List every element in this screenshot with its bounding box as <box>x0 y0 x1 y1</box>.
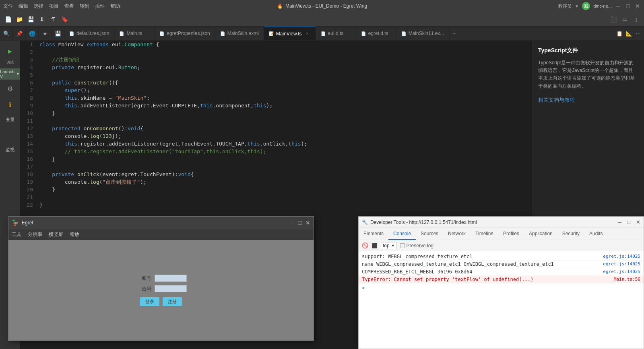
toolbar-icon-3[interactable]: ★ <box>39 27 52 41</box>
maximize-btn[interactable]: □ <box>625 3 631 9</box>
code-line: } <box>39 201 528 209</box>
console-source[interactable]: egret.js:14025 <box>603 261 640 267</box>
save-icon[interactable]: 💾 <box>26 14 35 24</box>
preserve-log-option[interactable]: Preserve log <box>400 243 433 248</box>
tab-MainSkin11.ex...[interactable]: 📄MainSkin11.ex... <box>396 27 450 41</box>
console-source[interactable]: Main.ts:56 <box>614 277 640 282</box>
console-message: name WEBGL_compressed_texture_etc1 0xWEB… <box>362 261 554 267</box>
menu-item-查看[interactable]: 查看 <box>64 3 74 10</box>
layout-icon[interactable]: ▭ <box>620 14 630 24</box>
form-buttons: 登录 注册 <box>140 297 182 306</box>
tab-right-icon-0[interactable]: 📋 <box>616 31 623 37</box>
console-source[interactable]: egret.js:14025 <box>603 269 640 275</box>
menu-item-插件[interactable]: 插件 <box>95 3 105 10</box>
devtools-tab-console[interactable]: Console <box>388 228 416 240</box>
line-number: 4 <box>23 64 33 71</box>
bookmark-icon[interactable]: 🔖 <box>60 14 69 24</box>
toolbar-icon-4[interactable]: 💾 <box>52 27 64 41</box>
devtools-tab-audits[interactable]: Audits <box>584 228 607 240</box>
minimize-btn[interactable]: ─ <box>615 3 621 9</box>
tab-default.res.json[interactable]: 📄default.res.json <box>64 27 114 41</box>
password-input[interactable] <box>155 285 187 292</box>
line-number: 16 <box>23 155 33 163</box>
notification-badge[interactable]: 32 <box>582 2 590 10</box>
tab-egretProperties.json[interactable]: 📄egretProperties.json <box>155 27 215 41</box>
no-entry-icon[interactable]: 🚫 <box>362 242 368 248</box>
devtools-maximize-btn[interactable]: □ <box>627 219 630 225</box>
tabs-more-btn[interactable]: ··· <box>449 31 460 36</box>
filter-icon[interactable]: ⬛ <box>372 243 378 248</box>
tab-MainView.ts[interactable]: 📝MainView.ts× <box>264 27 316 41</box>
line-number: 11 <box>23 117 33 125</box>
new-window-icon[interactable]: 🗗 <box>48 14 58 24</box>
devtools-minimize-btn[interactable]: ─ <box>618 219 621 225</box>
user-dropdown-icon[interactable]: ▼ <box>575 4 579 8</box>
tab-label: MainSkin11.ex... <box>409 31 444 36</box>
console-message: COMPRESSED_RGB_ETC1_WEBGL 36196 0x8d64 <box>362 269 473 275</box>
console-source[interactable]: egret.js:14025 <box>603 254 640 259</box>
tab-MainSkin.exml[interactable]: 📄MainSkin.exml <box>215 27 264 41</box>
code-line: //注册按钮 <box>39 56 528 64</box>
menu-item-转到[interactable]: 转到 <box>80 3 89 10</box>
tab-file-icon: 📄 <box>321 31 326 36</box>
tab-file-icon: 📄 <box>159 31 164 36</box>
info-icon[interactable]: ℹ <box>3 97 17 112</box>
menu-item-编辑[interactable]: 编辑 <box>19 3 28 10</box>
login-button[interactable]: 登录 <box>140 297 159 306</box>
tab-right-icon-1[interactable]: 📐 <box>626 31 632 37</box>
menu-bar[interactable]: 文件编辑选择项目查看转到插件帮助 <box>3 3 120 10</box>
devtools-tab-profiles[interactable]: Profiles <box>498 228 524 240</box>
layout2-icon[interactable]: ▯ <box>631 14 641 24</box>
settings-icon[interactable]: ⚙ <box>3 81 17 96</box>
egret-menu-工具[interactable]: 工具 <box>12 231 21 238</box>
debug-run-icon[interactable]: ▶ <box>3 44 17 58</box>
egret-menu-分辨率[interactable]: 分辨率 <box>28 231 42 238</box>
tab-file-icon: 📄 <box>69 31 74 36</box>
egret-menu-横竖屏[interactable]: 横竖屏 <box>49 231 63 238</box>
tab-file-icon: 📝 <box>269 31 274 36</box>
filter-dropdown-arrow[interactable]: ▼ <box>391 244 395 248</box>
save-all-icon[interactable]: ⬇ <box>37 14 47 24</box>
console-filter-dropdown[interactable]: top ▼ <box>381 242 397 249</box>
devtools-tab-network[interactable]: Network <box>443 228 471 240</box>
line-number: 18 <box>23 170 33 178</box>
devtools-tab-application[interactable]: Application <box>524 228 557 240</box>
tab-close-btn[interactable]: × <box>304 31 311 37</box>
code-line <box>39 117 528 125</box>
toolbar-icon-0[interactable]: 🔍 <box>0 27 13 41</box>
new-file-icon[interactable]: 📄 <box>3 14 13 24</box>
devtools-tab-timeline[interactable]: Timeline <box>471 228 498 240</box>
right-panel-docs-link[interactable]: 相关文档与教程 <box>538 96 638 104</box>
tab-Main.ts[interactable]: 📄Main.ts <box>114 27 155 41</box>
line-number: 17 <box>23 163 33 170</box>
devtools-tab-elements[interactable]: Elements <box>359 228 388 240</box>
preserve-log-checkbox[interactable] <box>400 243 405 248</box>
devtools-console-content[interactable]: support: WEBGL_compressed_texture_etc1eg… <box>359 251 644 349</box>
devtools-tab-sources[interactable]: Sources <box>416 228 443 240</box>
tab-right-icon-2[interactable]: ⋯ <box>636 31 641 37</box>
egret-minimize-btn[interactable]: ─ <box>290 220 294 226</box>
account-input[interactable] <box>155 275 187 282</box>
egret-menu-缩放[interactable]: 缩放 <box>70 231 79 238</box>
menu-item-选择[interactable]: 选择 <box>34 3 43 10</box>
tab-eui.d.ts[interactable]: 📄eui.d.ts <box>316 27 356 41</box>
devtools-close-btn[interactable]: ✕ <box>636 219 640 225</box>
close-btn[interactable]: ✕ <box>634 3 641 9</box>
toolbar-icon-2[interactable]: 🌐 <box>26 27 39 41</box>
egret-close-btn[interactable]: ✕ <box>305 220 310 226</box>
split-editor-icon[interactable]: ⬛ <box>609 14 618 24</box>
tab-bar: 🔍📌🌐★💾📄default.res.json📄Main.ts📄egretProp… <box>0 27 644 41</box>
menu-item-项目[interactable]: 项目 <box>49 3 59 10</box>
line-number: 6 <box>23 79 33 86</box>
menu-item-文件[interactable]: 文件 <box>3 3 13 10</box>
egret-title-bar: 🦆 Egret ─ □ ✕ <box>8 217 314 229</box>
menu-item-帮助[interactable]: 帮助 <box>110 3 120 10</box>
tab-egret.d.ts[interactable]: 📄egret.d.ts <box>356 27 396 41</box>
open-folder-icon[interactable]: 📁 <box>14 14 24 24</box>
egret-maximize-btn[interactable]: □ <box>298 220 301 226</box>
devtools-tab-security[interactable]: Security <box>557 228 584 240</box>
console-prompt[interactable]: > <box>359 283 644 292</box>
register-button[interactable]: 注册 <box>163 297 182 306</box>
toolbar-icon-1[interactable]: 📌 <box>13 27 26 41</box>
code-line: private register:eui.Button; <box>39 64 528 71</box>
